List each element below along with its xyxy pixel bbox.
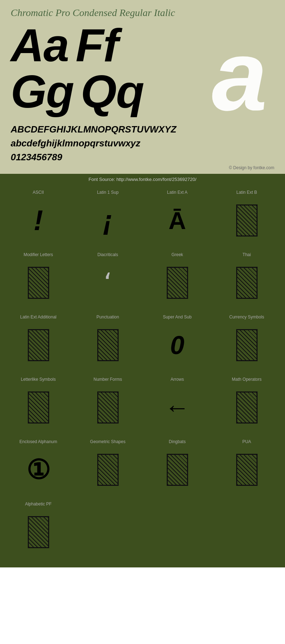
symbol-enclosed: ① [26,457,50,483]
label-thai: Thai [243,252,251,257]
label-latin-ext-additional: Latin Ext Additional [20,315,56,320]
label-arrows: Arrows [171,377,184,382]
label-dingbats: Dingbats [169,439,186,444]
char-cell-empty-1 [73,498,142,560]
font-source: Font Source: http://www.fontke.com/font/… [0,174,285,186]
label-alphabetic-pf: Alphabetic PF [25,502,52,507]
label-number-forms: Number Forms [93,377,122,382]
display-latin-ext-additional [28,322,49,368]
label-latin-ext-b: Latin Ext B [236,190,257,195]
char-cell-dingbats: Dingbats [142,436,212,498]
char-cell-latin1sup: Latin 1 Sup ¡ [73,186,142,249]
display-latin1sup: ¡ [103,198,113,243]
label-geometric: Geometric Shapes [90,439,125,444]
char-cell-letterlike: Letterlike Symbols [4,373,73,436]
display-number-forms [97,385,119,430]
char-cell-greek: Greek [142,249,212,311]
display-math [236,385,258,430]
label-enclosed: Enclosed Alphanum [19,439,57,444]
char-cell-thai: Thai [212,249,281,311]
font-title: Chromatic Pro Condensed Regular Italic [11,7,274,19]
hatched-geometric [97,454,119,486]
copyright: © Design by fontke.com [11,165,274,170]
symbol-diacriticals: ʻ [104,270,112,296]
alphabet-lower: abcdefghijklmnopqrstuvwxyz [11,137,274,150]
display-geometric [97,447,119,493]
char-cell-pua: PUA [212,436,281,498]
hatched-latin-ext-additional [28,329,49,361]
char-cell-latin-ext-additional: Latin Ext Additional [4,311,73,373]
label-modifier: Modifier Letters [24,252,53,257]
green-section: Font Source: http://www.fontke.com/font/… [0,174,285,567]
char-grid: ASCII ! Latin 1 Sup ¡ Latin Ext A Ā Lati… [0,186,285,560]
display-dingbats [167,447,188,493]
display-diacriticals: ʻ [104,260,112,306]
label-pua: PUA [242,439,251,444]
hatched-modifier [28,267,49,299]
hatched-dingbats [167,454,188,486]
label-letterlike: Letterlike Symbols [21,377,56,382]
specimen-large: Aa Ff Gg Qq a [11,22,274,122]
hatched-pua [236,454,258,486]
display-latin-ext-a: Ā [169,198,186,243]
letter-qq: Qq [81,68,144,115]
hatched-letterlike [28,391,49,424]
label-diacriticals: Diacriticals [97,252,118,257]
char-cell-ascii: ASCII ! [4,186,73,249]
hatched-punctuation [97,329,119,361]
symbol-latin1sup: ¡ [103,206,113,235]
display-arrows: ← [165,385,190,430]
char-cell-geometric: Geometric Shapes [73,436,142,498]
label-super-sub: Super And Sub [163,315,192,320]
letter-ff: Ff [76,22,118,68]
char-cell-math: Math Operators [212,373,281,436]
display-super-sub: 0 [170,322,184,368]
letter-aa: Aa [11,22,68,68]
display-letterlike [28,385,49,430]
display-modifier [28,260,49,306]
hatched-currency [236,329,258,361]
label-punctuation: Punctuation [97,315,119,320]
display-thai [236,260,258,306]
char-cell-latin-ext-b: Latin Ext B [212,186,281,249]
symbol-arrow: ← [165,395,190,420]
display-enclosed: ① [26,447,50,493]
hatched-latin-ext-b [236,204,258,237]
display-ascii: ! [33,198,43,243]
char-cell-number-forms: Number Forms [73,373,142,436]
display-greek [167,260,188,306]
letter-gg: Gg [11,68,74,115]
char-cell-modifier: Modifier Letters [4,249,73,311]
header-section: Chromatic Pro Condensed Regular Italic A… [0,0,285,174]
symbol-ascii: ! [33,206,43,235]
hatched-thai [236,267,258,299]
label-currency: Currency Symbols [229,315,264,320]
char-cell-currency: Currency Symbols [212,311,281,373]
char-cell-alphabetic-pf: Alphabetic PF [4,498,73,560]
char-cell-punctuation: Punctuation [73,311,142,373]
symbol-super-sub: 0 [170,332,184,358]
label-latin-ext-a: Latin Ext A [167,190,187,195]
hatched-number-forms [97,391,119,424]
char-cell-arrows: Arrows ← [142,373,212,436]
numbers-line: 0123456789 [11,151,274,163]
label-ascii: ASCII [33,190,44,195]
display-latin-ext-b [236,198,258,243]
hatched-alphabetic-pf [28,516,49,548]
display-pua [236,447,258,493]
display-currency [236,322,258,368]
char-cell-empty-3 [212,498,281,560]
label-latin1sup: Latin 1 Sup [97,190,119,195]
hatched-math [236,391,258,424]
char-cell-empty-2 [142,498,212,560]
char-cell-latin-ext-a: Latin Ext A Ā [142,186,212,249]
symbol-latin-ext-a: Ā [169,208,186,233]
label-greek: Greek [171,252,183,257]
display-alphabetic-pf [28,509,49,555]
display-punctuation [97,322,119,368]
char-cell-enclosed: Enclosed Alphanum ① [4,436,73,498]
label-math: Math Operators [232,377,261,382]
char-cell-diacriticals: Diacriticals ʻ [73,249,142,311]
large-bg-letter: a [212,26,267,125]
hatched-greek [167,267,188,299]
